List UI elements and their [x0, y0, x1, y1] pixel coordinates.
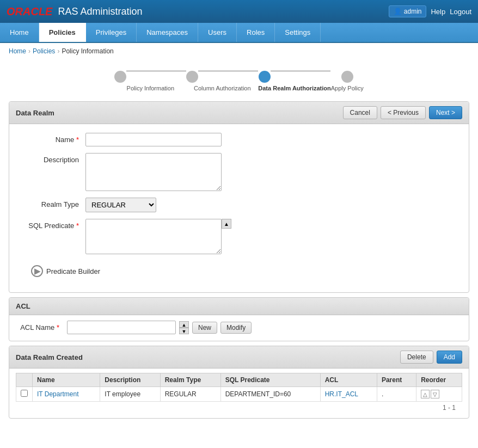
acl-scroll-down[interactable]: ▼: [179, 328, 189, 334]
sql-wrapper: ▲: [85, 219, 231, 254]
nav-roles[interactable]: Roles: [237, 23, 275, 42]
row-description: IT employee: [105, 390, 140, 398]
data-realm-title: Data Realm: [16, 109, 54, 117]
header: ORACLE RAS Administration 👤 admin Help L…: [0, 0, 478, 23]
acl-scroll-buttons: ▲ ▼: [179, 321, 189, 334]
acl-section: ACL ACL Name * ▲ ▼ New Modify: [9, 297, 469, 341]
row-name-link[interactable]: IT Department: [37, 390, 78, 398]
row-acl-link[interactable]: HR.IT_ACL: [325, 390, 358, 398]
realm-type-select[interactable]: REGULAR DYNAMIC: [85, 198, 156, 212]
wizard-line-2: [198, 70, 258, 72]
col-reorder: Reorder: [416, 373, 462, 387]
col-parent: Parent: [377, 373, 416, 387]
data-realm-form: Name * Description Realm Type REGULAR DY…: [9, 124, 469, 292]
breadcrumb-sep2: ›: [57, 47, 59, 55]
help-button[interactable]: Help: [431, 8, 445, 16]
col-realm-type: Realm Type: [160, 373, 220, 387]
wizard-steps: Policy Information Column Authorization …: [114, 70, 363, 91]
user-badge: 👤 admin: [389, 5, 427, 17]
wizard-step-2: Column Authorization: [186, 70, 258, 91]
acl-name-label: ACL Name *: [20, 323, 64, 332]
acl-name-row: ACL Name * ▲ ▼ New Modify: [20, 321, 458, 334]
row-checkbox[interactable]: [21, 390, 28, 397]
sql-predicate-input[interactable]: [85, 219, 222, 254]
col-sql-predicate: SQL Predicate: [220, 373, 320, 387]
nav-policies[interactable]: Policies: [39, 23, 86, 42]
cancel-button[interactable]: Cancel: [343, 106, 377, 119]
acl-modify-button[interactable]: Modify: [220, 322, 252, 334]
acl-name-input[interactable]: [67, 321, 176, 334]
acl-scroll-up[interactable]: ▲: [179, 321, 189, 328]
name-required: *: [76, 136, 79, 144]
row-parent-cell: .: [377, 387, 416, 402]
next-button[interactable]: Next >: [429, 106, 462, 119]
row-realm-type-cell: REGULAR: [160, 387, 220, 402]
row-name-cell: IT Department: [33, 387, 100, 402]
pagination: 1 - 1: [16, 402, 462, 414]
row-acl-cell: HR.IT_ACL: [320, 387, 377, 402]
nav-home[interactable]: Home: [0, 23, 39, 42]
reorder-buttons: △ ▽: [421, 390, 457, 398]
wizard-step-3: Data Realm Authorization: [258, 70, 330, 91]
wizard-circle-4: [341, 71, 353, 83]
row-parent: .: [382, 390, 383, 398]
row-sql-predicate-cell: DEPARTMENT_ID=60: [220, 387, 320, 402]
table-row: IT Department IT employee REGULAR DEPART…: [16, 387, 462, 402]
wizard-label-3: Data Realm Authorization: [258, 85, 330, 91]
nav: Home Policies Privileges Namespaces User…: [0, 23, 478, 43]
sql-scroll-up[interactable]: ▲: [222, 219, 231, 229]
previous-button[interactable]: < Previous: [381, 106, 426, 119]
data-realm-section: Data Realm Cancel < Previous Next > Name…: [9, 101, 469, 293]
description-input[interactable]: [85, 153, 222, 191]
nav-namespaces[interactable]: Namespaces: [137, 23, 198, 42]
breadcrumb-policies[interactable]: Policies: [33, 47, 55, 55]
wizard-circle-3: [259, 71, 271, 83]
row-checkbox-cell: [16, 387, 33, 402]
delete-button[interactable]: Delete: [400, 351, 433, 364]
sql-required: *: [76, 222, 79, 230]
app-title: RAS Administration: [58, 6, 142, 17]
description-label: Description: [20, 153, 85, 164]
oracle-logo: ORACLE: [7, 5, 52, 18]
description-row: Description: [20, 153, 458, 191]
breadcrumb-sep1: ›: [28, 47, 30, 55]
name-input[interactable]: [85, 133, 222, 146]
wizard-label-2: Column Authorization: [194, 85, 251, 91]
name-row: Name *: [20, 133, 458, 146]
sql-scroll-buttons: ▲: [222, 219, 231, 229]
wizard: Policy Information Column Authorization …: [0, 59, 478, 97]
predicate-builder-label: Predicate Builder: [46, 267, 100, 275]
nav-settings[interactable]: Settings: [275, 23, 321, 42]
header-actions: 👤 admin Help Logout: [389, 5, 471, 17]
breadcrumb: Home › Policies › Policy Information: [0, 43, 478, 59]
wizard-circle-2: [186, 71, 198, 83]
breadcrumb-home[interactable]: Home: [9, 47, 26, 55]
nav-users[interactable]: Users: [198, 23, 237, 42]
reorder-up-button[interactable]: △: [421, 390, 430, 398]
data-realm-created-section: Data Realm Created Delete Add Name Descr…: [9, 346, 469, 419]
logout-button[interactable]: Logout: [450, 8, 471, 16]
data-realm-actions: Cancel < Previous Next >: [343, 106, 462, 119]
row-realm-type: REGULAR: [165, 390, 197, 398]
wizard-step-4: Apply Policy: [331, 71, 364, 91]
row-description-cell: IT employee: [100, 387, 160, 402]
wizard-line-1: [126, 70, 186, 72]
wizard-step-1: Policy Information: [114, 70, 186, 91]
sql-predicate-row: SQL Predicate * ▲: [20, 219, 458, 254]
col-description: Description: [100, 373, 160, 387]
table-wrap: Name Description Realm Type SQL Predicat…: [9, 369, 469, 418]
predicate-builder-row: ▶ Predicate Builder: [20, 261, 458, 284]
data-realm-header: Data Realm Cancel < Previous Next >: [9, 102, 469, 124]
acl-body: ACL Name * ▲ ▼ New Modify: [9, 315, 469, 341]
data-realm-created-actions: Delete Add: [400, 351, 462, 364]
acl-title: ACL: [16, 302, 30, 310]
reorder-down-button[interactable]: ▽: [431, 390, 439, 398]
acl-new-button[interactable]: New: [192, 322, 217, 334]
predicate-builder-toggle[interactable]: ▶: [31, 265, 43, 277]
add-button[interactable]: Add: [437, 351, 462, 364]
wizard-circle-1: [114, 71, 126, 83]
realm-type-row: Realm Type REGULAR DYNAMIC: [20, 198, 458, 212]
nav-privileges[interactable]: Privileges: [86, 23, 137, 42]
data-realm-created-header: Data Realm Created Delete Add: [9, 346, 469, 369]
wizard-line-3: [271, 70, 330, 72]
